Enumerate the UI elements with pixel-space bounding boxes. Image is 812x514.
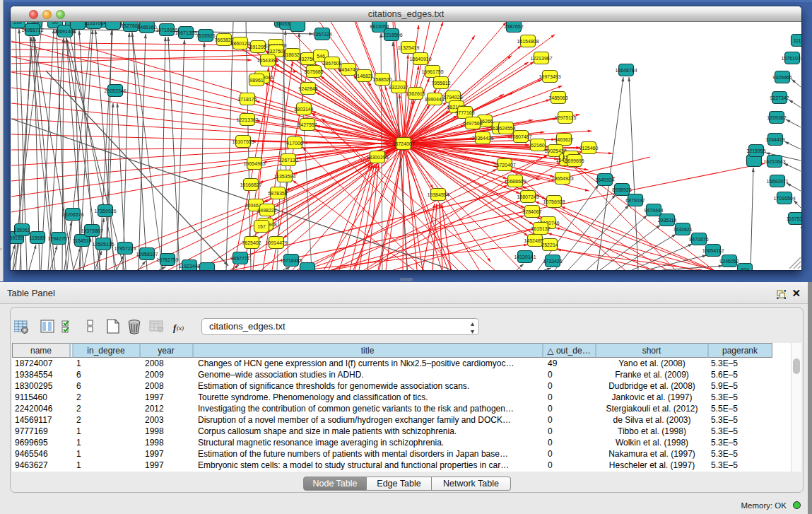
svg-text:135061: 135061 — [13, 228, 30, 233]
svg-text:6879197: 6879197 — [625, 198, 645, 203]
svg-text:10973493: 10973493 — [539, 74, 560, 79]
svg-text:15692971: 15692971 — [766, 179, 788, 184]
svg-text:19384554: 19384554 — [427, 192, 449, 197]
svg-text:115689: 115689 — [30, 235, 46, 240]
svg-text:2935114: 2935114 — [658, 218, 677, 223]
svg-text:19654983: 19654983 — [243, 161, 265, 166]
svg-text:417006: 417006 — [286, 141, 302, 146]
svg-text:19375887: 19375887 — [81, 228, 102, 233]
svg-text:12942757: 12942757 — [47, 236, 69, 241]
svg-text:15716485: 15716485 — [280, 258, 302, 263]
svg-text:9146821: 9146821 — [354, 74, 373, 78]
svg-text:12218506: 12218506 — [380, 33, 402, 37]
svg-text:19654923: 19654923 — [551, 176, 573, 181]
svg-text:8990443: 8990443 — [425, 97, 444, 102]
svg-text:7357224: 7357224 — [312, 32, 331, 37]
svg-text:7632621: 7632621 — [673, 227, 692, 232]
svg-text:9227342: 9227342 — [770, 95, 789, 100]
svg-text:26053346: 26053346 — [104, 88, 126, 93]
svg-text:17957223: 17957223 — [114, 246, 136, 251]
svg-text:2867608: 2867608 — [322, 61, 341, 66]
svg-text:17359926: 17359926 — [94, 209, 116, 214]
svg-text:1615132: 1615132 — [531, 226, 550, 231]
svg-text:9245052: 9245052 — [719, 259, 739, 264]
svg-text:20206576: 20206576 — [61, 212, 83, 217]
svg-text:157: 157 — [257, 224, 266, 229]
svg-text:210: 210 — [13, 22, 22, 25]
svg-text:10807487: 10807487 — [510, 134, 531, 139]
svg-text:1362615: 1362615 — [406, 91, 425, 96]
svg-text:8322037: 8322037 — [389, 85, 408, 90]
svg-text:17016504: 17016504 — [773, 196, 795, 201]
svg-text:891295: 891295 — [249, 45, 266, 49]
svg-text:20: 20 — [52, 22, 58, 25]
svg-text:△ out_de…: △ out_de… — [547, 346, 590, 356]
svg-text:10688609: 10688609 — [504, 179, 526, 184]
svg-text:8454749: 8454749 — [339, 67, 358, 72]
svg-text:9242848: 9242848 — [298, 86, 317, 91]
svg-text:year: year — [158, 346, 174, 356]
svg-text:10958107: 10958107 — [136, 252, 158, 257]
svg-text:18724007: 18724007 — [392, 141, 414, 146]
svg-text:16961755: 16961755 — [421, 69, 443, 74]
svg-text:16782759: 16782759 — [156, 257, 178, 262]
svg-text:15751074: 15751074 — [781, 56, 801, 61]
svg-text:546: 546 — [317, 54, 325, 59]
svg-text:9115460: 9115460 — [579, 146, 599, 151]
svg-text:11325419: 11325419 — [398, 45, 420, 50]
svg-text:15720407: 15720407 — [493, 163, 515, 168]
svg-text:1209382: 1209382 — [767, 115, 786, 120]
svg-text:in_degree: in_degree — [87, 346, 125, 356]
svg-text:14130141: 14130141 — [514, 255, 536, 259]
svg-text:1244419: 1244419 — [765, 137, 784, 142]
svg-text:7485063: 7485063 — [548, 95, 567, 100]
svg-text:7515526: 7515526 — [196, 33, 215, 38]
svg-text:12213967: 12213967 — [530, 56, 552, 61]
svg-text:2718176: 2718176 — [237, 97, 257, 102]
svg-text:short: short — [642, 346, 661, 356]
svg-text:11353594: 11353594 — [274, 174, 296, 179]
svg-text:7625402: 7625402 — [242, 240, 261, 245]
svg-text:6466160: 6466160 — [137, 25, 156, 30]
svg-text:2803144: 2803144 — [294, 107, 313, 112]
svg-text:924: 924 — [741, 267, 749, 271]
svg-text:20364436: 20364436 — [471, 136, 493, 141]
svg-text:16107553: 16107553 — [232, 139, 254, 144]
svg-text:10025438: 10025438 — [544, 148, 566, 153]
svg-text:(x): (x) — [177, 325, 184, 332]
svg-text:9329966: 9329966 — [772, 75, 792, 80]
svg-text:2387652: 2387652 — [504, 24, 523, 29]
svg-text:16154808: 16154808 — [517, 39, 539, 44]
svg-text:10914479: 10914479 — [265, 240, 287, 245]
svg-text:8699695: 8699695 — [565, 158, 584, 163]
svg-text:10756928: 10756928 — [543, 199, 565, 204]
svg-text:14055712: 14055712 — [21, 28, 43, 33]
svg-text:1154519: 1154519 — [73, 238, 92, 243]
svg-text:7955812: 7955812 — [431, 81, 450, 86]
svg-text:9463627: 9463627 — [554, 137, 573, 142]
svg-text:1167533: 1167533 — [787, 216, 801, 221]
svg-text:8427552: 8427552 — [298, 122, 317, 127]
svg-text:1193791: 1193791 — [85, 22, 104, 25]
svg-text:16543392: 16543392 — [257, 58, 278, 63]
svg-text:3267130: 3267130 — [278, 158, 298, 163]
svg-text:18300295: 18300295 — [366, 155, 388, 160]
svg-text:12505135: 12505135 — [92, 242, 114, 247]
svg-text:6497568: 6497568 — [463, 121, 482, 126]
svg-text:8860124: 8860124 — [230, 41, 249, 46]
svg-text:1733426: 1733426 — [543, 259, 562, 264]
svg-text:9657771: 9657771 — [230, 256, 249, 261]
svg-text:11923448: 11923448 — [179, 264, 201, 269]
svg-text:3624554: 3624554 — [496, 126, 515, 131]
svg-text:252214: 252214 — [541, 243, 558, 247]
svg-text:18640910: 18640910 — [409, 57, 431, 62]
svg-text:9498222: 9498222 — [257, 208, 276, 213]
svg-text:12975115: 12975115 — [555, 115, 577, 120]
svg-text:98961: 98961 — [249, 78, 264, 83]
svg-text:9284067: 9284067 — [522, 209, 541, 214]
svg-text:9474444: 9474444 — [644, 208, 663, 213]
svg-text:10654112: 10654112 — [702, 248, 724, 253]
svg-text:1112: 1112 — [794, 38, 801, 43]
svg-text:5878352: 5878352 — [268, 191, 287, 196]
svg-text:62160: 62160 — [531, 143, 545, 148]
